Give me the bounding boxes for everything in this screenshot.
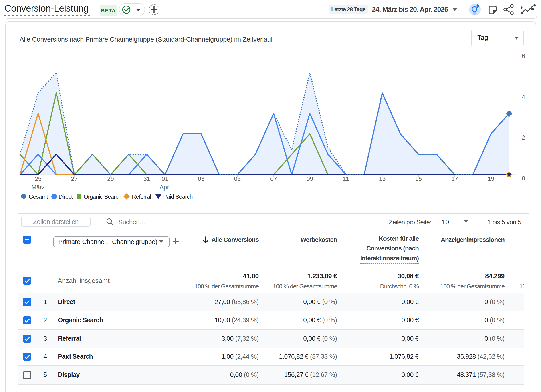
svg-text:März: März — [31, 184, 45, 191]
svg-text:Apr.: Apr. — [160, 184, 170, 191]
svg-text:27: 27 — [71, 176, 78, 182]
svg-text:0: 0 — [522, 175, 525, 182]
svg-text:2: 2 — [522, 134, 525, 141]
svg-text:Direct: Direct — [58, 193, 73, 200]
svg-text:17: 17 — [451, 176, 458, 182]
svg-text:11: 11 — [343, 176, 349, 182]
svg-text:Referral: Referral — [132, 193, 151, 200]
svg-text:Gesamt: Gesamt — [29, 193, 48, 200]
svg-text:Organic Search: Organic Search — [84, 193, 121, 200]
svg-text:07: 07 — [270, 176, 277, 182]
svg-text:29: 29 — [107, 176, 114, 182]
svg-text:25: 25 — [35, 176, 41, 182]
svg-text:15: 15 — [415, 176, 422, 182]
svg-text:05: 05 — [234, 176, 241, 182]
svg-text:6: 6 — [522, 53, 525, 59]
svg-text:13: 13 — [379, 176, 385, 182]
svg-text:4: 4 — [522, 94, 525, 100]
svg-text:09: 09 — [307, 176, 313, 182]
svg-text:03: 03 — [198, 176, 204, 182]
svg-text:19: 19 — [488, 176, 494, 182]
svg-text:01: 01 — [161, 176, 168, 182]
svg-text:31: 31 — [144, 176, 150, 182]
svg-text:Paid Search: Paid Search — [163, 193, 193, 200]
